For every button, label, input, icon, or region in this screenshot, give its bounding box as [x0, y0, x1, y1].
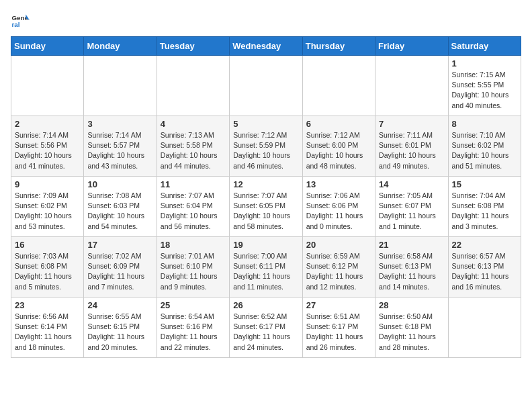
calendar-cell — [11, 56, 84, 116]
day-number: 10 — [87, 179, 152, 189]
calendar-cell: 7Sunrise: 7:11 AM Sunset: 6:01 PM Daylig… — [375, 116, 448, 177]
calendar-cell: 20Sunrise: 6:59 AM Sunset: 6:12 PM Dayli… — [302, 237, 375, 298]
calendar-week-row: 1Sunrise: 7:15 AM Sunset: 5:55 PM Daylig… — [11, 56, 521, 116]
calendar-cell: 22Sunrise: 6:57 AM Sunset: 6:13 PM Dayli… — [448, 237, 521, 298]
day-info: Sunrise: 7:02 AM Sunset: 6:09 PM Dayligh… — [87, 251, 152, 292]
calendar-cell: 28Sunrise: 6:50 AM Sunset: 6:18 PM Dayli… — [375, 298, 448, 358]
calendar-table: SundayMondayTuesdayWednesdayThursdayFrid… — [11, 36, 521, 358]
day-info: Sunrise: 7:14 AM Sunset: 5:57 PM Dayligh… — [87, 130, 152, 171]
day-number: 12 — [233, 179, 298, 189]
calendar-cell: 13Sunrise: 7:06 AM Sunset: 6:06 PM Dayli… — [302, 177, 375, 237]
day-info: Sunrise: 6:59 AM Sunset: 6:12 PM Dayligh… — [306, 251, 371, 292]
calendar-cell: 9Sunrise: 7:09 AM Sunset: 6:02 PM Daylig… — [11, 177, 84, 237]
day-number: 22 — [452, 240, 517, 250]
day-number: 19 — [233, 240, 298, 250]
day-number: 24 — [87, 300, 152, 310]
day-info: Sunrise: 7:13 AM Sunset: 5:58 PM Dayligh… — [161, 130, 226, 171]
weekday-header: Tuesday — [157, 37, 229, 56]
day-number: 1 — [452, 58, 517, 68]
day-number: 8 — [452, 119, 517, 129]
day-number: 16 — [15, 240, 80, 250]
calendar-cell: 19Sunrise: 7:00 AM Sunset: 6:11 PM Dayli… — [230, 237, 302, 298]
day-number: 3 — [87, 119, 152, 129]
calendar-cell: 1Sunrise: 7:15 AM Sunset: 5:55 PM Daylig… — [448, 56, 521, 116]
day-number: 28 — [379, 300, 444, 310]
day-number: 9 — [15, 179, 80, 189]
calendar-cell: 8Sunrise: 7:10 AM Sunset: 6:02 PM Daylig… — [448, 116, 521, 177]
day-info: Sunrise: 7:05 AM Sunset: 6:07 PM Dayligh… — [379, 191, 444, 232]
calendar-cell: 21Sunrise: 6:58 AM Sunset: 6:13 PM Dayli… — [375, 237, 448, 298]
page-header: Gene ral — [11, 11, 521, 30]
logo: Gene ral — [11, 11, 32, 30]
calendar-week-row: 16Sunrise: 7:03 AM Sunset: 6:08 PM Dayli… — [11, 237, 521, 298]
day-info: Sunrise: 7:04 AM Sunset: 6:08 PM Dayligh… — [452, 191, 517, 232]
calendar-cell: 26Sunrise: 6:52 AM Sunset: 6:17 PM Dayli… — [230, 298, 302, 358]
day-number: 11 — [161, 179, 226, 189]
calendar-cell: 27Sunrise: 6:51 AM Sunset: 6:17 PM Dayli… — [302, 298, 375, 358]
day-number: 21 — [379, 240, 444, 250]
weekday-header: Saturday — [448, 37, 521, 56]
weekday-header: Wednesday — [230, 37, 302, 56]
day-info: Sunrise: 6:57 AM Sunset: 6:13 PM Dayligh… — [452, 251, 517, 292]
day-info: Sunrise: 7:06 AM Sunset: 6:06 PM Dayligh… — [306, 191, 371, 232]
day-number: 18 — [161, 240, 226, 250]
day-number: 14 — [379, 179, 444, 189]
day-info: Sunrise: 7:07 AM Sunset: 6:05 PM Dayligh… — [233, 191, 298, 232]
calendar-week-row: 23Sunrise: 6:56 AM Sunset: 6:14 PM Dayli… — [11, 298, 521, 358]
day-number: 15 — [452, 179, 517, 189]
calendar-cell: 16Sunrise: 7:03 AM Sunset: 6:08 PM Dayli… — [11, 237, 84, 298]
day-info: Sunrise: 6:54 AM Sunset: 6:16 PM Dayligh… — [161, 312, 226, 353]
day-info: Sunrise: 7:15 AM Sunset: 5:55 PM Dayligh… — [452, 70, 517, 111]
day-number: 5 — [233, 119, 298, 129]
day-info: Sunrise: 7:03 AM Sunset: 6:08 PM Dayligh… — [15, 251, 80, 292]
calendar-cell: 12Sunrise: 7:07 AM Sunset: 6:05 PM Dayli… — [230, 177, 302, 237]
calendar-week-row: 2Sunrise: 7:14 AM Sunset: 5:56 PM Daylig… — [11, 116, 521, 177]
calendar-cell: 24Sunrise: 6:55 AM Sunset: 6:15 PM Dayli… — [84, 298, 157, 358]
calendar-cell: 18Sunrise: 7:01 AM Sunset: 6:10 PM Dayli… — [157, 237, 229, 298]
day-info: Sunrise: 6:50 AM Sunset: 6:18 PM Dayligh… — [379, 312, 444, 353]
logo-icon: Gene ral — [11, 11, 30, 30]
day-info: Sunrise: 6:58 AM Sunset: 6:13 PM Dayligh… — [379, 251, 444, 292]
day-number: 7 — [379, 119, 444, 129]
calendar-cell: 10Sunrise: 7:08 AM Sunset: 6:03 PM Dayli… — [84, 177, 157, 237]
calendar-cell — [84, 56, 157, 116]
weekday-header: Monday — [84, 37, 157, 56]
day-number: 26 — [233, 300, 298, 310]
day-info: Sunrise: 6:51 AM Sunset: 6:17 PM Dayligh… — [306, 312, 371, 353]
svg-text:ral: ral — [11, 21, 19, 28]
day-info: Sunrise: 7:00 AM Sunset: 6:11 PM Dayligh… — [233, 251, 298, 292]
weekday-header: Friday — [375, 37, 448, 56]
day-info: Sunrise: 7:07 AM Sunset: 6:04 PM Dayligh… — [161, 191, 226, 232]
day-number: 17 — [87, 240, 152, 250]
calendar-cell: 5Sunrise: 7:12 AM Sunset: 5:59 PM Daylig… — [230, 116, 302, 177]
calendar-cell — [448, 298, 521, 358]
day-number: 13 — [306, 179, 371, 189]
day-info: Sunrise: 7:10 AM Sunset: 6:02 PM Dayligh… — [452, 130, 517, 171]
weekday-header: Thursday — [302, 37, 375, 56]
weekday-header-row: SundayMondayTuesdayWednesdayThursdayFrid… — [11, 37, 521, 56]
day-info: Sunrise: 7:12 AM Sunset: 5:59 PM Dayligh… — [233, 130, 298, 171]
calendar-cell: 15Sunrise: 7:04 AM Sunset: 6:08 PM Dayli… — [448, 177, 521, 237]
day-info: Sunrise: 6:56 AM Sunset: 6:14 PM Dayligh… — [15, 312, 80, 353]
calendar-week-row: 9Sunrise: 7:09 AM Sunset: 6:02 PM Daylig… — [11, 177, 521, 237]
calendar-cell — [230, 56, 302, 116]
calendar-cell: 14Sunrise: 7:05 AM Sunset: 6:07 PM Dayli… — [375, 177, 448, 237]
calendar-cell — [375, 56, 448, 116]
day-info: Sunrise: 7:14 AM Sunset: 5:56 PM Dayligh… — [15, 130, 80, 171]
calendar-cell — [302, 56, 375, 116]
day-info: Sunrise: 7:11 AM Sunset: 6:01 PM Dayligh… — [379, 130, 444, 171]
day-info: Sunrise: 6:55 AM Sunset: 6:15 PM Dayligh… — [87, 312, 152, 353]
day-number: 20 — [306, 240, 371, 250]
day-number: 4 — [161, 119, 226, 129]
day-info: Sunrise: 7:12 AM Sunset: 6:00 PM Dayligh… — [306, 130, 371, 171]
day-number: 27 — [306, 300, 371, 310]
calendar-cell: 25Sunrise: 6:54 AM Sunset: 6:16 PM Dayli… — [157, 298, 229, 358]
day-info: Sunrise: 7:01 AM Sunset: 6:10 PM Dayligh… — [161, 251, 226, 292]
calendar-cell — [157, 56, 229, 116]
day-number: 23 — [15, 300, 80, 310]
calendar-cell: 2Sunrise: 7:14 AM Sunset: 5:56 PM Daylig… — [11, 116, 84, 177]
day-info: Sunrise: 6:52 AM Sunset: 6:17 PM Dayligh… — [233, 312, 298, 353]
calendar-cell: 6Sunrise: 7:12 AM Sunset: 6:00 PM Daylig… — [302, 116, 375, 177]
day-number: 6 — [306, 119, 371, 129]
day-number: 2 — [15, 119, 80, 129]
